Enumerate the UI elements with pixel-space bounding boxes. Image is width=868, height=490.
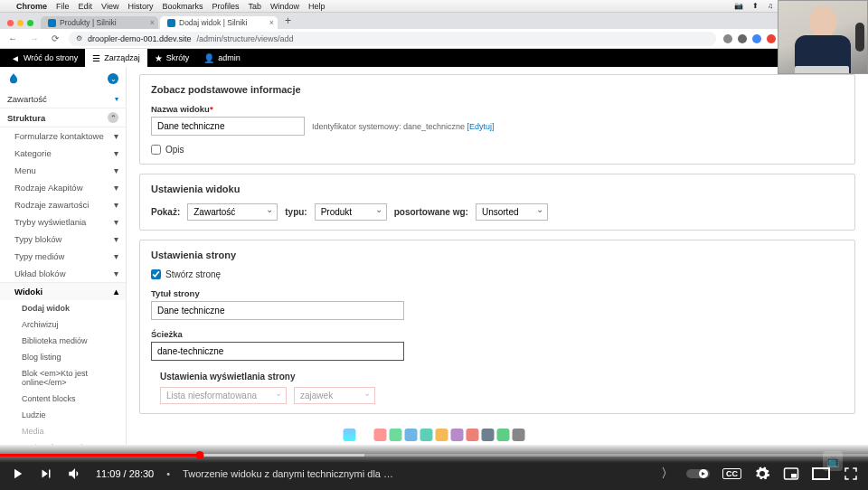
reload-button[interactable]: ⟳ (49, 33, 61, 43)
view-name-input[interactable] (151, 117, 305, 136)
toolbar-shortcuts[interactable]: ★Skróty (147, 49, 197, 67)
video-title: Tworzenie widoku z danymi technicznymi d… (183, 468, 648, 479)
toolbar-user[interactable]: 👤admin (196, 49, 248, 67)
path-label: Ścieżka (151, 329, 844, 339)
chapter-next-icon[interactable]: 〉 (661, 466, 674, 482)
display-format-select[interactable]: Lista niesformatowana (160, 387, 287, 404)
address-bar[interactable]: ⚙ droopler-demo-001.ddev.site/admin/stru… (69, 32, 716, 46)
sorted-select[interactable]: Unsorted (476, 203, 548, 221)
ext-icon[interactable] (752, 34, 761, 43)
menu-help[interactable]: Help (308, 2, 326, 11)
next-button[interactable] (38, 466, 54, 482)
toolbar-back[interactable]: ◄Wróć do strony (4, 49, 85, 67)
play-button[interactable] (9, 466, 25, 482)
page-title-input[interactable] (151, 301, 404, 320)
sidebar-item-views[interactable]: Widoki▴ (0, 282, 126, 300)
ext-icon[interactable] (738, 34, 747, 43)
browser-tab-1[interactable]: Produkty | Silniki× (41, 16, 158, 29)
chevron-down-icon: ▾ (114, 183, 118, 193)
autoplay-toggle[interactable] (686, 467, 710, 480)
description-checkbox[interactable] (151, 145, 161, 155)
sidebar-sub-item[interactable]: Tryby wyświetlania▾ (0, 213, 126, 231)
video-player: 📺 11:09 / 28:30 • Tworzenie widoku z dan… (0, 445, 868, 490)
menu-bookmarks[interactable]: Bookmarks (162, 2, 203, 11)
menu-chrome[interactable]: Chrome (16, 2, 47, 11)
sidebar-sub-item[interactable]: Układ bloków▾ (0, 265, 126, 282)
sidebar-sub-item[interactable]: Biblioteka mediów (0, 333, 126, 349)
chevron-down-icon: ▾ (114, 217, 118, 227)
edit-machine-name-link[interactable]: [Edytuj] (467, 122, 495, 131)
new-tab-button[interactable]: + (279, 14, 297, 29)
panel-title: Ustawienia widoku (151, 184, 844, 194)
site-info-icon[interactable]: ⚙ (76, 34, 82, 42)
sidebar-sub-item[interactable]: Media (0, 423, 126, 439)
volume-button[interactable] (67, 466, 83, 482)
macos-dock[interactable] (340, 427, 529, 443)
sidebar-sub-item[interactable]: Archiwizuj (0, 316, 126, 333)
sidebar-sub-item[interactable]: Rodzaje zawartości▾ (0, 196, 126, 213)
sidebar-sub-item[interactable]: Blog listing (0, 349, 126, 365)
sidebar-sub-item[interactable]: Typy mediów▾ (0, 248, 126, 265)
show-label: Pokaż: (151, 207, 180, 217)
collapse-icon[interactable]: ⌃ (108, 112, 118, 123)
sidebar-sub-item[interactable]: Rodzaje Akapitów▾ (0, 179, 126, 196)
tab-label: Produkty | Silniki (60, 18, 117, 27)
sidebar-item-content[interactable]: Zawartość▾ (0, 90, 126, 108)
menu-tab[interactable]: Tab (248, 2, 261, 11)
sidebar-logo[interactable]: ⌄ (0, 67, 126, 90)
create-page-label: Stwórz stronę (165, 269, 221, 279)
chevron-down-icon: ▾ (114, 165, 118, 175)
miniplayer-button[interactable] (783, 466, 799, 482)
sidebar-sub-item[interactable]: Content blocks (0, 391, 126, 407)
progress-bar[interactable]: 📺 (0, 454, 868, 457)
settings-button[interactable] (754, 466, 770, 482)
hamburger-icon: ☰ (92, 53, 100, 63)
browser-tab-2[interactable]: Dodaj widok | Silniki× (160, 16, 278, 29)
sidebar-item-structure[interactable]: Struktura⌃ (0, 108, 126, 127)
close-icon[interactable]: × (150, 18, 155, 27)
scrubber-knob[interactable] (195, 451, 203, 459)
star-icon: ★ (155, 53, 163, 63)
fullscreen-button[interactable] (843, 466, 859, 482)
view-name-label: Nazwa widoku* (151, 104, 844, 114)
back-button[interactable]: ← (5, 33, 20, 43)
sidebar-sub-item[interactable]: Blok <em>Kto jest online</em> (0, 365, 126, 391)
menu-view[interactable]: View (101, 2, 118, 11)
forward-button[interactable]: → (27, 33, 42, 43)
sidebar-sub-item[interactable]: Formularze kontaktowe▾ (0, 127, 126, 145)
user-icon: 👤 (203, 53, 214, 63)
toolbar-manage[interactable]: ☰Zarządzaj (85, 49, 147, 67)
create-page-checkbox[interactable] (151, 269, 161, 279)
path-input[interactable] (151, 342, 404, 361)
show-select[interactable]: Zawartość (187, 203, 278, 221)
menu-edit[interactable]: Edit (79, 2, 93, 11)
sidebar-sub-item[interactable]: Kategorie▾ (0, 145, 126, 162)
display-settings-title: Ustawienia wyświetlania strony (151, 372, 844, 382)
app-body: ⌄ Zawartość▾ Struktura⌃ Formularze konta… (0, 67, 868, 445)
sorted-label: posortowane wg: (394, 207, 468, 217)
sidebar-sub-item[interactable]: Ludzie (0, 407, 126, 423)
browser-chrome: Produkty | Silniki× Dodaj widok | Silnik… (0, 13, 868, 49)
captions-button[interactable]: CC (722, 468, 741, 479)
sidebar-sub-item[interactable]: Typy bloków▾ (0, 231, 126, 248)
chapter-icon[interactable]: 📺 (823, 451, 843, 471)
type-select[interactable]: Produkt (315, 203, 387, 221)
close-icon[interactable]: × (269, 18, 274, 27)
chevron-down-icon[interactable]: ⌄ (108, 73, 118, 84)
display-of-select[interactable]: zajawek (294, 387, 375, 404)
window-controls[interactable] (5, 20, 39, 29)
menu-file[interactable]: File (56, 2, 70, 11)
menu-window[interactable]: Window (270, 2, 299, 11)
ext-icon[interactable] (767, 34, 776, 43)
chevron-down-icon: ▾ (115, 95, 118, 103)
menu-history[interactable]: History (127, 2, 153, 11)
admin-sidebar: ⌄ Zawartość▾ Struktura⌃ Formularze konta… (0, 67, 127, 445)
back-arrow-icon: ◄ (11, 53, 20, 63)
ext-icon[interactable] (723, 34, 732, 43)
description-label: Opis (165, 145, 184, 155)
sidebar-item-add-view[interactable]: Dodaj widok (0, 300, 126, 316)
sidebar-sub-item[interactable]: Menu▾ (0, 162, 126, 179)
tab-label: Dodaj widok | Silniki (179, 18, 247, 27)
menu-profiles[interactable]: Profiles (212, 2, 239, 11)
chevron-down-icon: ▾ (114, 269, 118, 278)
